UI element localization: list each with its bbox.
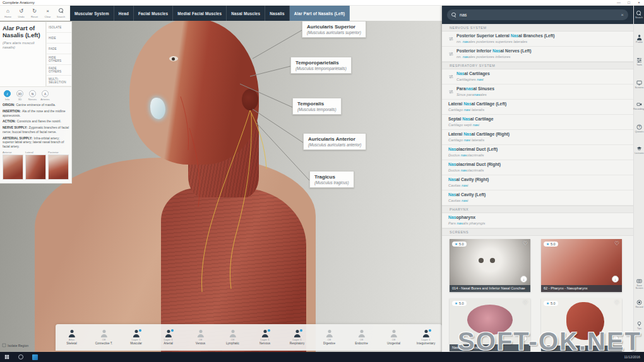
tab-alar-part-of-nasalis[interactable]: Alar Part of Nasalis (Left) [290,6,350,21]
menu-fade-others[interactable]: FADE OTHERS [47,65,71,76]
view-thumb-anterior[interactable]: Anterior [3,151,23,180]
favorite-icon[interactable]: ♡ [614,240,619,247]
start-button[interactable] [0,352,14,362]
mode-3d[interactable]: 3D 3D [15,90,25,101]
screen-card[interactable]: ★5.0 ♡ ↓ 62 - Pharynx - Nasopharynx [541,239,622,292]
system-toggle-respiratory[interactable]: Layer 1 Respiratory [281,324,313,351]
person-icon [358,330,366,337]
search-result[interactable]: Nasolacrimal Duct (Left) Ductus nasolacr… [442,145,633,160]
view-thumb-posterior[interactable]: Posterior [48,151,69,180]
search-result[interactable]: Posterior Superior Lateral Nasal Branche… [442,32,633,47]
rating-chip: ★5.0 [452,242,467,247]
system-toggle-urogenital[interactable]: Off Urogenital [378,324,410,351]
screen-title: 62 - Pharynx - Nasopharynx [541,285,622,292]
label-latin: (Musculus auricularis superior) [307,30,361,35]
tab-nasalis[interactable]: Nasalis [265,6,289,21]
screen-title: 014 - Nasal Bones and Inferior Nasal Con… [450,285,530,292]
rail-profile-button[interactable]: Profile [634,35,644,44]
close-button[interactable]: × [634,0,644,5]
rail-recordings-button[interactable]: Recordings [634,102,644,110]
download-icon[interactable]: ↓ [612,276,619,283]
screen-card[interactable]: ★5.0 ♡ ↓ 014 - Nasal Bones and Inferior … [450,239,530,292]
system-toggle-integumentary[interactable]: Layer 1 Integumentary [410,324,442,351]
favorite-icon[interactable]: ♡ [614,300,619,306]
tab-muscular-system[interactable]: Muscular System [70,6,114,21]
tab-head[interactable]: Head [114,6,134,21]
taskbar-search-button[interactable] [14,352,28,362]
search-result[interactable]: Nasal Cavity (Right) Cavitas nasi [442,175,633,190]
label-temporoparietalis[interactable]: Temporoparietalis (Musculus temporoparie… [290,57,352,74]
person-icon [390,330,398,337]
download-icon[interactable]: ↓ [520,276,527,283]
search-result[interactable]: Septal Nasal Cartilage Cartilago septi n… [442,115,633,130]
search-result[interactable]: Nasopharynx Pars nasalis pharyngis [442,213,633,228]
label-auricularis-superior[interactable]: Auricularis Superior (Musculus auricular… [302,21,366,38]
record-icon [636,300,642,305]
menu-multi-selection[interactable]: MULTI-SELECTION [47,76,71,86]
search-result[interactable]: Nasal Cartilages Cartilagines nasi [442,69,633,85]
clear-button[interactable]: × Clear [42,8,54,18]
undo-button[interactable]: ↺ Undo [15,8,27,18]
system-toggle-muscular[interactable]: Layer 1 Muscular [120,324,152,351]
favorite-icon[interactable]: ♡ [523,240,528,247]
star-icon: ★ [455,301,458,305]
rail-save-screen-button[interactable]: Save Screen [634,278,644,289]
reset-button[interactable]: ↻ Reset [28,8,40,18]
menu-hide[interactable]: HIDE [47,33,71,44]
search-result[interactable]: Posterior Inferior Nasal Nerves (Left) n… [442,47,633,62]
system-toggle-nervous[interactable]: Layer 1 Nervous [249,324,281,351]
view-thumb-lateral[interactable]: Lateral [25,151,46,180]
search-result[interactable]: Lateral Nasal Cartilage (Right) Cartilag… [442,130,633,145]
active-badge [429,329,431,332]
favorite-icon[interactable]: ♡ [523,300,528,306]
system-toggle-connective[interactable]: Off Connective T. [88,324,120,351]
arterial-supply-text: ARTERIAL SUPPLY:Infra-orbital artery; su… [3,136,69,149]
menu-fade[interactable]: FADE [47,44,71,54]
maximize-button[interactable]: □ [624,0,634,5]
screen-thumbnail-skull [450,239,530,292]
rail-quizzes-button[interactable]: ? Quizzes [634,124,644,133]
mode-info[interactable]: i Info [3,90,12,101]
search-result[interactable]: Nasal Cavity (Left) Cavitas nasi [442,190,633,206]
model-selected-nasalis[interactable] [150,98,165,119]
screens-icon [636,80,642,86]
mode-arteries[interactable]: A Arteries [40,90,50,101]
search-result[interactable]: Nasolacrimal Duct (Right) Ductus nasolac… [442,160,633,175]
mode-nerves[interactable]: N Nerves [28,90,37,101]
rail-tools-button[interactable]: Tools [634,57,644,66]
rail-record-button[interactable]: Record [634,300,644,308]
system-toggle-arterial[interactable]: Layer 1 Arterial [152,324,184,351]
person-icon [100,330,108,337]
tab-facial-muscles[interactable]: Facial Muscles [134,6,173,21]
system-toggle-endocrine[interactable]: Off Endocrine [345,324,378,351]
search-input[interactable]: nas × [447,9,628,20]
body-systems-bar: Atlas Skeletal Off Connective T. Layer 1… [56,324,442,351]
system-toggle-lymphatic[interactable]: Off Lymphatic [217,324,249,351]
breadcrumb: Muscular System Head Facial Muscles Medi… [70,6,350,21]
isolate-region-button[interactable]: Isolate Region [2,343,28,347]
home-button[interactable]: ⌂ Home [2,8,14,18]
clear-search-icon[interactable]: × [621,13,624,18]
minimize-button[interactable]: — [614,0,624,5]
menu-hide-others[interactable]: HIDE OTHERS [47,54,71,65]
app-tile-icon [32,354,38,360]
label-auricularis-anterior[interactable]: Auricularis Anterior (Musculus auricular… [303,133,366,150]
rail-lectures-button[interactable]: Lectures [634,146,644,155]
tab-nasal-muscles[interactable]: Nasal Muscles [227,6,265,21]
taskbar-app-button[interactable] [28,352,42,362]
rail-screens-button[interactable]: Screens [634,80,644,89]
right-rail: Search Profile Tools Screens Recordings … [633,6,644,352]
tab-medial-facial-muscles[interactable]: Medial Facial Muscles [173,6,227,21]
label-temporalis[interactable]: Temporalis (Musculus temporalis) [292,98,342,115]
menu-isolate[interactable]: ISOLATE [47,22,71,33]
system-toggle-digestive[interactable]: Off Digestive [313,324,345,351]
search-result[interactable]: Paranasal Sinuses Sinus paranasales [442,85,633,100]
system-toggle-venous[interactable]: Off Venous [184,324,217,351]
system-toggle-skeletal[interactable]: Atlas Skeletal [56,324,88,351]
toolbar-search-button[interactable]: Search [55,8,67,18]
swap-icon [448,37,455,41]
label-tragicus[interactable]: Tragicus (Musculus tragicus) [309,171,354,188]
rail-search-button[interactable]: Search [634,6,644,24]
search-query: nas [460,13,467,17]
search-result[interactable]: Lateral Nasal Cartilage (Left) Cartilago… [442,100,633,115]
